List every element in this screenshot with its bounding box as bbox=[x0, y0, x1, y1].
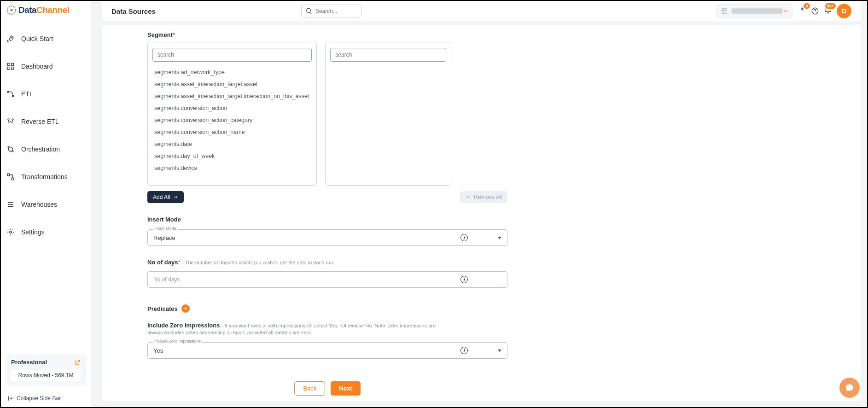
available-items[interactable]: segments.ad_network_type segments.asset_… bbox=[152, 66, 312, 179]
svg-rect-3 bbox=[7, 63, 10, 65]
search-icon bbox=[305, 7, 313, 15]
nav-transformations[interactable]: Transformations bbox=[1, 168, 91, 186]
include-zero-select[interactable]: Yes bbox=[147, 342, 507, 359]
nav-label: Reverse ETL bbox=[21, 118, 59, 125]
info-icon[interactable]: i bbox=[460, 347, 468, 354]
segment-item[interactable]: segments.device bbox=[152, 162, 311, 174]
no-of-days-label-row: No of days* - The number of days for whi… bbox=[147, 259, 451, 266]
remove-all-label: Remove All bbox=[474, 194, 502, 200]
help-icon[interactable] bbox=[811, 7, 819, 15]
nav-label: ETL bbox=[21, 90, 33, 98]
selected-items[interactable] bbox=[330, 66, 446, 179]
svg-point-12 bbox=[12, 151, 13, 152]
footer-buttons: Back Next bbox=[147, 381, 507, 396]
workspace-label bbox=[732, 8, 782, 14]
collapse-sidebar[interactable]: Collapse Side Bar bbox=[1, 390, 91, 407]
nav: Quick Start Dashboard ETL Reverse ETL Or… bbox=[1, 19, 91, 354]
sparkle-button[interactable]: 8 bbox=[798, 6, 806, 16]
no-of-days-input[interactable] bbox=[147, 271, 507, 288]
segment-item[interactable]: segments.conversion_action bbox=[152, 102, 311, 114]
nav-etl[interactable]: ETL bbox=[1, 85, 91, 103]
dual-list-buttons: Add All Remove All bbox=[147, 191, 507, 203]
caret-down-icon bbox=[498, 237, 501, 239]
plan-card: Professional Rows Moved - 569.1M bbox=[6, 354, 86, 386]
info-icon[interactable]: i bbox=[460, 234, 468, 241]
back-button[interactable]: Back bbox=[294, 381, 325, 396]
nav-warehouses[interactable]: Warehouses bbox=[1, 195, 91, 214]
rocket-icon bbox=[6, 35, 15, 43]
include-zero-float: Include Zero Impressions bbox=[153, 339, 202, 344]
segment-item[interactable]: segments.ad_network_type bbox=[152, 66, 311, 78]
include-zero-value: Yes bbox=[153, 347, 163, 354]
segment-item[interactable]: segments.day_of_week bbox=[152, 150, 311, 162]
header-right: 8 99+ D bbox=[716, 3, 851, 19]
insert-mode-label: Insert Mode bbox=[147, 216, 451, 223]
no-of-days-label: No of days bbox=[147, 259, 178, 266]
nav-settings[interactable]: Settings bbox=[1, 223, 91, 241]
nav-label: Transformations bbox=[21, 173, 68, 181]
svg-point-11 bbox=[8, 146, 9, 148]
global-search[interactable] bbox=[301, 5, 362, 17]
selected-search[interactable] bbox=[330, 48, 446, 62]
segment-item[interactable]: segments.conversion_action_category bbox=[152, 114, 311, 126]
orchestration-icon bbox=[6, 145, 15, 153]
plan-name: Professional bbox=[11, 359, 47, 366]
workspace-selector[interactable] bbox=[716, 3, 793, 19]
no-of-days-help: - The number of days for which you wish … bbox=[182, 260, 334, 265]
next-button[interactable]: Next bbox=[331, 381, 360, 396]
transformations-icon bbox=[6, 173, 15, 181]
include-zero-label-row: Include Zero Impressions - If you want r… bbox=[147, 322, 451, 336]
logo[interactable]: DataChannel bbox=[1, 1, 91, 19]
svg-point-1 bbox=[10, 9, 13, 12]
search-input[interactable] bbox=[315, 8, 352, 14]
gear-icon bbox=[6, 228, 15, 236]
nav-dashboard[interactable]: Dashboard bbox=[1, 57, 91, 76]
nav-orchestration[interactable]: Orchestration bbox=[1, 140, 91, 158]
avatar[interactable]: D bbox=[837, 4, 851, 18]
external-link-icon[interactable] bbox=[74, 359, 81, 366]
plus-icon bbox=[183, 306, 188, 311]
available-listbox: segments.ad_network_type segments.asset_… bbox=[147, 42, 317, 186]
warehouses-icon bbox=[6, 200, 15, 209]
svg-point-2 bbox=[11, 37, 12, 38]
svg-rect-14 bbox=[12, 178, 14, 180]
nav-reverse-etl[interactable]: Reverse ETL bbox=[1, 112, 91, 131]
logo-icon bbox=[6, 5, 17, 15]
svg-rect-16 bbox=[722, 9, 727, 14]
svg-rect-4 bbox=[12, 63, 14, 65]
nav-label: Orchestration bbox=[21, 146, 60, 153]
insert-mode-select[interactable]: Replace bbox=[147, 229, 507, 246]
svg-point-15 bbox=[10, 231, 12, 233]
dashboard-icon bbox=[6, 62, 15, 70]
add-all-button[interactable]: Add All bbox=[147, 191, 184, 203]
plan-title: Professional bbox=[11, 359, 81, 366]
header: Data Sources 8 99+ D bbox=[102, 1, 861, 21]
svg-rect-13 bbox=[7, 174, 10, 176]
chat-fab[interactable] bbox=[839, 378, 860, 398]
nav-label: Settings bbox=[21, 228, 45, 236]
nav-quick-start[interactable]: Quick Start bbox=[1, 29, 91, 48]
collapse-label: Collapse Side Bar bbox=[17, 395, 61, 402]
divider bbox=[166, 371, 521, 371]
svg-point-7 bbox=[7, 91, 9, 93]
segment-item[interactable]: segments.date bbox=[152, 138, 311, 150]
segment-item[interactable]: segments.conversion_action_name bbox=[152, 126, 311, 138]
add-predicate-button[interactable] bbox=[181, 304, 190, 313]
predicates-label: Predicates bbox=[147, 305, 178, 312]
no-of-days-row: i bbox=[147, 271, 451, 288]
svg-point-10 bbox=[12, 119, 13, 120]
predicates-row: Predicates bbox=[147, 304, 451, 313]
insert-mode-field: Insert Mode Replace i bbox=[147, 229, 451, 246]
rows-moved: Rows Moved - 569.1M bbox=[11, 369, 81, 381]
segment-item[interactable]: segments.asset_interaction_target.asset bbox=[152, 78, 311, 90]
logo-text: DataChannel bbox=[18, 5, 70, 15]
notifications-button[interactable]: 99+ bbox=[824, 6, 832, 16]
etl-icon bbox=[6, 90, 15, 98]
org-icon bbox=[721, 7, 728, 15]
segment-item[interactable]: segments.asset_interaction_target.intera… bbox=[152, 90, 311, 102]
available-search[interactable] bbox=[152, 48, 312, 62]
nav-label: Quick Start bbox=[21, 35, 53, 42]
selected-listbox bbox=[325, 42, 451, 186]
info-icon[interactable]: i bbox=[460, 276, 468, 283]
collapse-icon bbox=[7, 395, 14, 402]
